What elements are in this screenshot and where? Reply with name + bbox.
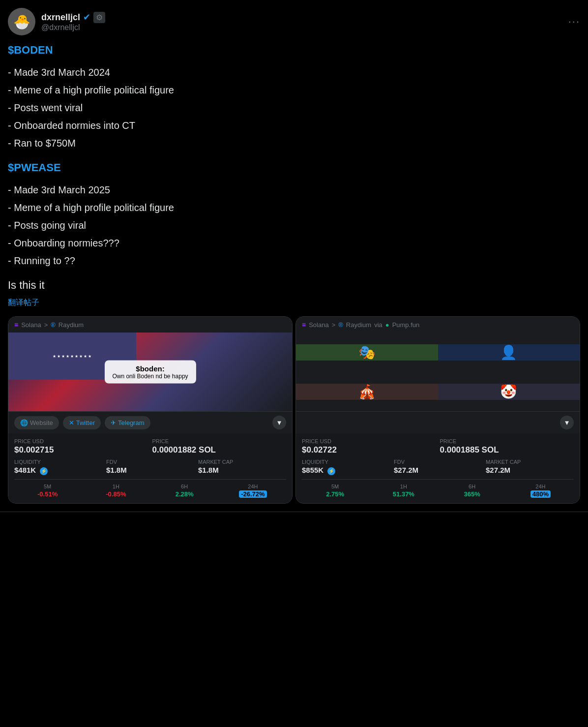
pwease-bullet-3: - Posts going viral <box>8 217 580 233</box>
pwease-price-usd-label: PRICE USD <box>302 438 436 444</box>
pwease-thumb-1: 🎭 <box>296 344 438 361</box>
question-line: Is this it <box>8 276 580 294</box>
pwease-fdv-label: FDV <box>394 459 482 465</box>
boden-tf-5m-val: -0.51% <box>37 490 58 498</box>
pwease-price-sol-cell: PRICE 0.0001885 SOL <box>440 438 574 455</box>
pwease-tf-24h-val: 480% <box>530 490 551 498</box>
boden-tf-24h: 24H -26.72% <box>220 484 286 498</box>
pwease-bullet-5: - Running to ?? <box>8 253 580 269</box>
pwease-stats-row2: LIQUIDITY $855K ⚡ FDV $27.2M MARKET CAP … <box>302 459 574 475</box>
boden-price-usd-cell: PRICE USD $0.002715 <box>14 438 148 455</box>
pwease-tf-5m: 5M 2.75% <box>302 484 368 498</box>
token1-name: $BODEN <box>8 41 580 59</box>
boden-fdv-cell: FDV $1.8M <box>106 459 194 475</box>
pwease-mcap-value: $27.2M <box>486 466 574 474</box>
pwease-tf-1h: 1H 51.37% <box>370 484 437 498</box>
tweet-body: $BODEN - Made 3rd March 2024 - Meme of a… <box>8 41 580 308</box>
boden-tf-6h-val: 2.28% <box>176 490 194 498</box>
card-pwease-stats: PRICE USD $0.02722 PRICE 0.0001885 SOL L… <box>296 433 580 503</box>
dex-label-left: Raydium <box>59 321 84 329</box>
boden-bullets: - Made 3rd March 2024 - Meme of a high p… <box>8 64 580 151</box>
pwease-price-usd-value: $0.02722 <box>302 445 436 455</box>
pwease-thumb-2: 👤 <box>438 344 580 361</box>
pwease-tf-1h-val: 51.37% <box>393 490 414 498</box>
token2-name: $PWEASE <box>8 159 580 176</box>
telegram-label: Telegram <box>118 419 144 426</box>
chain-label-left: Solana <box>21 321 41 329</box>
dex-label-right: Raydium <box>346 321 371 329</box>
card-pwease-header: ≡ Solana > ® Raydium via ● Pump.fun <box>296 317 580 333</box>
avatar: 🐣 <box>8 8 35 35</box>
boden-stats-row1: PRICE USD $0.002715 PRICE 0.00001882 SOL <box>14 438 286 455</box>
chevron-down-icon-right: ▼ <box>563 419 570 426</box>
pwease-bullets: - Made 3rd March 2025 - Meme of a high p… <box>8 182 580 269</box>
twitter-label: Twitter <box>76 419 95 426</box>
website-label: Website <box>30 419 53 426</box>
boden-tf-1h-val: -0.85% <box>106 490 126 498</box>
pumpfun-dot: ● <box>385 321 389 329</box>
pwease-liquidity-label: LIQUIDITY <box>302 459 390 465</box>
pwease-fdv-value: $27.2M <box>394 466 482 474</box>
pwease-tf-6h: 6H 365% <box>439 484 505 498</box>
chain-label-right: Solana <box>309 321 328 329</box>
boden-tf-5m: 5M -0.51% <box>14 484 81 498</box>
liquidity-icon-left: ⚡ <box>40 467 48 475</box>
tweet-header: 🐣 dxrnelljcl ✔ ⚙ @dxrnelljcl ··· <box>8 8 580 35</box>
tweet-author: 🐣 dxrnelljcl ✔ ⚙ @dxrnelljcl <box>8 8 105 35</box>
boden-liquidity-label: LIQUIDITY <box>14 459 102 465</box>
website-button[interactable]: 🌐 Website <box>14 416 59 429</box>
pwease-price-sol-value: 0.0001885 SOL <box>440 445 574 455</box>
chevron-down-icon: ▼ <box>276 419 282 426</box>
liquidity-icon-right: ⚡ <box>327 467 335 475</box>
more-options-button[interactable]: ··· <box>568 15 580 28</box>
boden-liquidity-value: $481K ⚡ <box>14 466 102 475</box>
pwease-mcap-label: MARKET CAP <box>486 459 574 465</box>
boden-price-usd-value: $0.002715 <box>14 445 148 455</box>
pwease-bullet-1: - Made 3rd March 2025 <box>8 182 580 198</box>
boden-liquidity-cell: LIQUIDITY $481K ⚡ <box>14 459 102 475</box>
boden-fdv-value: $1.8M <box>106 466 194 474</box>
pwease-fdv-cell: FDV $27.2M <box>394 459 482 475</box>
boden-bullet-3: - Posts went viral <box>8 100 580 116</box>
solana-icon-right: ≡ <box>302 321 306 329</box>
pwease-thumb-3: 🎪 <box>296 384 438 400</box>
pwease-tf-5m-val: 2.75% <box>326 490 344 498</box>
tweet-container: 🐣 dxrnelljcl ✔ ⚙ @dxrnelljcl ··· $BODEN … <box>0 0 588 512</box>
card-pwease-actions: ▼ <box>296 411 580 433</box>
boden-timeframe-row: 5M -0.51% 1H -0.85% 6H 2.28% 24H -26.72% <box>14 479 286 498</box>
expand-button-right[interactable]: ▼ <box>560 416 574 429</box>
author-name-row: dxrnelljcl ✔ ⚙ <box>41 12 105 23</box>
card-boden-actions: 🌐 Website ✕ Twitter ✈ Telegram ▼ <box>8 411 292 433</box>
telegram-button[interactable]: ✈ Telegram <box>105 416 150 429</box>
expand-button-left[interactable]: ▼ <box>272 416 286 429</box>
boden-image-text: $boden: Own onli Boden nd be happy <box>104 361 196 384</box>
author-info: dxrnelljcl ✔ ⚙ @dxrnelljcl <box>41 12 105 32</box>
boden-mcap-cell: MARKET CAP $1.8M <box>198 459 286 475</box>
boden-fdv-label: FDV <box>106 459 194 465</box>
boden-bullet-2: - Meme of a high profile political figur… <box>8 82 580 98</box>
twitter-x-icon: ✕ <box>69 419 74 426</box>
pwease-timeframe-row: 5M 2.75% 1H 51.37% 6H 365% 24H 480% <box>302 479 574 498</box>
pwease-thumb-4: 🤡 <box>438 384 580 400</box>
boden-bullet-4: - Onboarded normies into CT <box>8 118 580 133</box>
cards-row: ≡ Solana > ® Raydium <box>8 316 580 504</box>
twitter-button[interactable]: ✕ Twitter <box>63 416 101 429</box>
pwease-bullet-4: - Onboarding normies??? <box>8 235 580 251</box>
boden-price-sol-label: PRICE <box>152 438 287 444</box>
pwease-stats-row1: PRICE USD $0.02722 PRICE 0.0001885 SOL <box>302 438 574 455</box>
pwease-price-sol-label: PRICE <box>440 438 574 444</box>
boden-mcap-value: $1.8M <box>198 466 286 474</box>
card-boden: ≡ Solana > ® Raydium <box>8 316 293 504</box>
boden-text-line2: Own onli Boden nd be happy <box>112 373 188 380</box>
pwease-liquidity-value: $855K ⚡ <box>302 466 390 475</box>
boden-text-line1: $boden: <box>112 364 188 373</box>
settings-icon[interactable]: ⚙ <box>93 12 105 23</box>
boden-price-usd-label: PRICE USD <box>14 438 148 444</box>
author-handle: @dxrnelljcl <box>41 23 105 32</box>
raydium-icon-right: ® <box>338 321 343 329</box>
boden-mcap-label: MARKET CAP <box>198 459 286 465</box>
verified-icon: ✔ <box>83 12 90 23</box>
pwease-bullet-2: - Meme of a high profile political figur… <box>8 200 580 215</box>
globe-icon: 🌐 <box>20 419 28 426</box>
translate-link[interactable]: 翻译帖子 <box>8 296 580 309</box>
